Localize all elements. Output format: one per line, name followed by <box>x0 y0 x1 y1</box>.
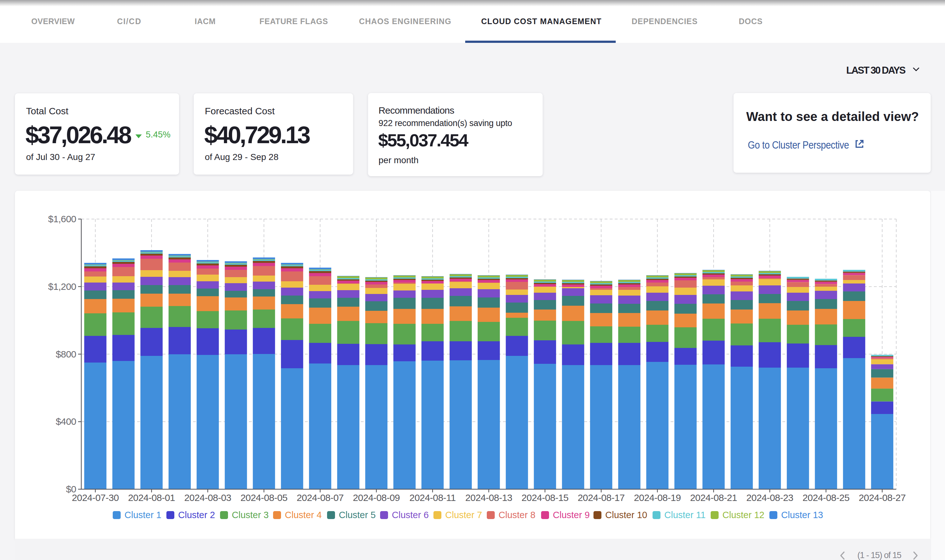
svg-text:Cluster 12: Cluster 12 <box>722 510 764 520</box>
svg-text:2024-08-15: 2024-08-15 <box>522 492 568 503</box>
svg-text:2024-08-13: 2024-08-13 <box>465 492 512 503</box>
svg-text:2024-07-30: 2024-07-30 <box>72 492 119 503</box>
svg-text:$1,600: $1,600 <box>48 214 76 224</box>
svg-text:2024-08-23: 2024-08-23 <box>746 492 793 503</box>
svg-text:2024-08-05: 2024-08-05 <box>240 492 287 503</box>
svg-text:Cluster 4: Cluster 4 <box>285 510 322 520</box>
svg-text:Cluster 5: Cluster 5 <box>339 510 376 520</box>
svg-text:2024-08-09: 2024-08-09 <box>353 492 400 503</box>
svg-text:2024-08-07: 2024-08-07 <box>297 492 343 503</box>
svg-text:Cluster 11: Cluster 11 <box>664 510 706 520</box>
svg-text:Cluster 7: Cluster 7 <box>445 510 482 520</box>
svg-text:Cluster 6: Cluster 6 <box>392 510 429 520</box>
svg-text:Cluster 13: Cluster 13 <box>781 510 823 520</box>
svg-text:2024-08-17: 2024-08-17 <box>578 492 625 503</box>
svg-text:2024-08-19: 2024-08-19 <box>634 492 681 503</box>
svg-text:Cluster 1: Cluster 1 <box>125 510 161 520</box>
svg-text:2024-08-25: 2024-08-25 <box>802 492 850 503</box>
svg-text:2024-08-21: 2024-08-21 <box>690 492 737 503</box>
svg-text:Cluster 2: Cluster 2 <box>178 510 215 520</box>
svg-text:$400: $400 <box>55 416 76 427</box>
svg-text:Cluster 10: Cluster 10 <box>605 510 647 520</box>
svg-text:Cluster 8: Cluster 8 <box>499 510 536 520</box>
svg-text:2024-08-27: 2024-08-27 <box>859 492 906 503</box>
svg-text:2024-08-01: 2024-08-01 <box>128 492 175 503</box>
svg-text:Cluster 9: Cluster 9 <box>553 510 589 520</box>
svg-text:$800: $800 <box>55 349 76 359</box>
svg-text:2024-08-03: 2024-08-03 <box>184 492 231 503</box>
svg-text:Cluster 3: Cluster 3 <box>232 510 269 520</box>
svg-text:2024-08-11: 2024-08-11 <box>409 492 456 503</box>
svg-text:$1,200: $1,200 <box>48 281 76 292</box>
